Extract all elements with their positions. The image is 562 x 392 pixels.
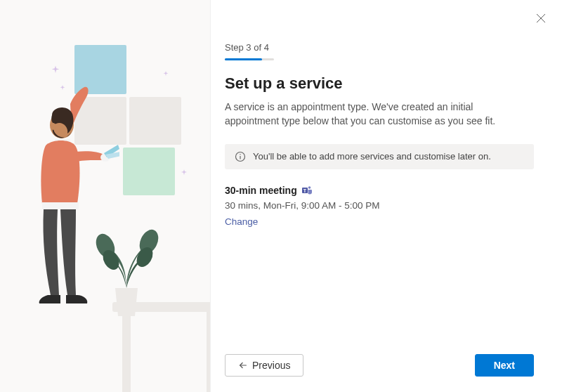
svg-point-1 [51, 123, 55, 130]
wizard-dialog: Step 3 of 4 Set up a service A service i… [0, 0, 562, 392]
illustration [0, 0, 210, 392]
service-item: 30-min meeting T 30 mins, Mon-Fri, 9:00 … [225, 185, 534, 228]
service-name: 30-min meeting [225, 185, 297, 196]
svg-point-18 [308, 186, 311, 189]
next-label: Next [494, 360, 515, 371]
svg-point-15 [240, 154, 240, 155]
progress-bar [225, 58, 274, 60]
illustration-panel [0, 0, 211, 392]
page-description: A service is an appointment type. We've … [225, 100, 527, 129]
sparkle-icon [49, 65, 62, 77]
svg-rect-9 [122, 312, 131, 392]
sparkle-icon [179, 169, 189, 178]
service-detail: 30 mins, Mon-Fri, 9:00 AM - 5:00 PM [225, 200, 534, 211]
sparkle-icon [162, 70, 170, 79]
next-button[interactable]: Next [475, 354, 534, 377]
tile-green [123, 148, 175, 195]
close-icon [535, 13, 547, 24]
table-illustration [112, 295, 211, 392]
wizard-content: Step 3 of 4 Set up a service A service i… [211, 0, 562, 343]
step-indicator: Step 3 of 4 [225, 42, 534, 53]
tile-grey-2 [129, 97, 181, 145]
service-name-row: 30-min meeting T [225, 185, 534, 196]
close-button[interactable] [535, 13, 547, 24]
svg-rect-3 [42, 202, 79, 209]
progress-fill [225, 58, 262, 60]
change-link[interactable]: Change [225, 216, 258, 227]
info-icon [235, 151, 246, 162]
content-panel: Step 3 of 4 Set up a service A service i… [211, 0, 562, 392]
previous-label: Previous [252, 360, 290, 371]
previous-button[interactable]: Previous [225, 354, 303, 377]
info-banner: You'll be able to add more services and … [225, 144, 534, 169]
arrow-left-icon [238, 360, 248, 370]
svg-rect-8 [112, 302, 211, 312]
teams-icon: T [301, 185, 313, 196]
wizard-footer: Previous Next [211, 343, 562, 392]
info-text: You'll be able to add more services and … [253, 151, 491, 162]
svg-text:T: T [303, 188, 307, 192]
page-title: Set up a service [225, 74, 534, 93]
